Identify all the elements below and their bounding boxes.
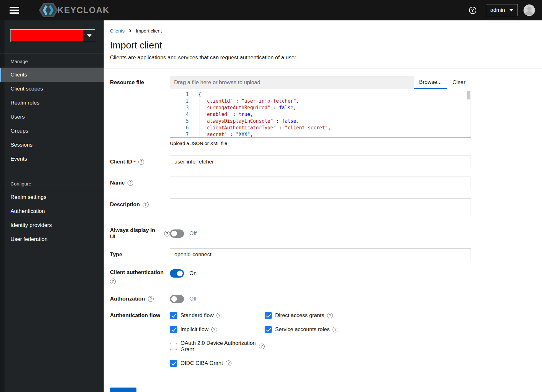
code-line-1: 1{ — [170, 91, 471, 98]
help-icon[interactable] — [143, 202, 149, 207]
sidebar-item-identity-providers[interactable]: Identity providers — [0, 218, 104, 232]
help-icon[interactable] — [128, 180, 133, 186]
checkbox-item-oidc-ciba-grant[interactable]: OIDC CIBA Grant — [170, 360, 265, 367]
help-icon[interactable] — [148, 296, 154, 302]
menu-toggle-icon[interactable] — [10, 7, 19, 14]
line-number: 7 — [170, 131, 189, 138]
checkbox-item-implicit-flow[interactable]: Implicit flow — [170, 326, 265, 333]
name-row: Name — [110, 177, 542, 189]
breadcrumb-clients-link[interactable]: Clients — [110, 28, 125, 33]
nav-list-manage: ClientsClient scopesRealm rolesUsersGrou… — [0, 68, 104, 166]
authorization-label: Authorization — [110, 296, 170, 302]
chevron-down-icon — [509, 9, 513, 11]
user-menu[interactable]: admin — [486, 4, 518, 16]
form-actions: Save Cancel — [110, 388, 542, 392]
checkbox-item-service-accounts-roles[interactable]: Service accounts roles — [265, 326, 471, 333]
checkbox-item-direct-access-grants[interactable]: Direct access grants — [265, 312, 471, 319]
help-icon[interactable] — [164, 231, 170, 236]
type-input[interactable] — [170, 248, 471, 261]
sidebar: Manage ClientsClient scopesRealm rolesUs… — [0, 20, 104, 392]
editor-scrollbar[interactable] — [467, 91, 470, 99]
description-label: Description — [110, 198, 170, 211]
authorization-toggle[interactable] — [170, 295, 184, 303]
breadcrumb: Clients Import client — [110, 28, 542, 33]
always-display-row: Always display in UI Off — [110, 227, 542, 240]
import-client-form: Resource file Drag a file here or browse… — [104, 69, 542, 392]
auth-flow-checkbox-grid: Standard flowDirect access grantsImplici… — [170, 312, 471, 367]
user-silhouette-icon — [524, 4, 535, 16]
sidebar-item-clients[interactable]: Clients — [0, 68, 104, 82]
help-icon[interactable] — [333, 327, 338, 332]
resource-file-row: Resource file Drag a file here or browse… — [110, 76, 542, 146]
always-display-toggle[interactable] — [170, 229, 184, 238]
upload-helper-text: Upload a JSON or XML file — [170, 141, 471, 146]
authorization-row: Authorization Off — [110, 295, 542, 303]
name-input[interactable] — [170, 177, 471, 189]
type-label: Type — [110, 251, 170, 258]
code-line-6: 6 "clientAuthenticatorType" : "client-se… — [170, 125, 471, 131]
sidebar-item-realm-settings[interactable]: Realm settings — [0, 190, 104, 204]
main-content: Clients Import client Import client Clie… — [104, 20, 542, 392]
checkbox-checked-icon[interactable] — [265, 312, 272, 319]
help-icon[interactable] — [259, 344, 265, 349]
help-icon[interactable] — [211, 327, 217, 332]
auth-flow-label: Authentication flow — [110, 312, 170, 319]
checkbox-checked-icon[interactable] — [170, 360, 177, 367]
code-line-5: 5 "alwaysDisplayInConsole" : false, — [170, 118, 471, 125]
json-code-editor[interactable]: 1{2 "clientId" : "user-info-fetcher",3 "… — [170, 89, 471, 138]
save-button[interactable]: Save — [110, 388, 136, 392]
nav-section-configure: Configure — [0, 176, 104, 190]
client-auth-toggle[interactable] — [170, 269, 184, 278]
code-line-3: 3 "surrogateAuthRequired" : false, — [170, 105, 471, 111]
cancel-button[interactable]: Cancel — [147, 391, 164, 392]
name-label: Name — [110, 180, 170, 186]
help-icon[interactable] — [110, 279, 116, 284]
sidebar-item-groups[interactable]: Groups — [0, 124, 104, 138]
chevron-right-icon — [128, 29, 132, 33]
line-number: 2 — [170, 98, 189, 105]
checkbox-checked-icon[interactable] — [170, 312, 177, 319]
chevron-down-icon — [87, 34, 92, 37]
file-upload-input[interactable]: Drag a file here or browse to upload — [170, 76, 414, 89]
always-display-state: Off — [189, 230, 196, 237]
client-auth-label: Client authentication — [110, 269, 170, 282]
always-display-label: Always display in UI — [110, 227, 170, 240]
indent-guide — [200, 98, 200, 138]
clear-button[interactable]: Clear — [447, 76, 471, 89]
realm-name-redacted — [11, 30, 83, 41]
sidebar-item-client-scopes[interactable]: Client scopes — [0, 82, 104, 96]
description-input[interactable] — [170, 198, 471, 218]
brand-name: KEYCLOAK — [57, 5, 110, 15]
help-icon[interactable] — [216, 313, 222, 318]
checkbox-checked-icon[interactable] — [265, 326, 272, 333]
sidebar-item-users[interactable]: Users — [0, 110, 104, 124]
sidebar-item-events[interactable]: Events — [0, 152, 104, 166]
keycloak-hexagon-icon — [37, 2, 60, 18]
client-id-row: Client ID * — [110, 156, 542, 168]
keycloak-logo: KEYCLOAK — [37, 2, 110, 18]
sidebar-item-authentication[interactable]: Authentication — [0, 204, 104, 218]
user-name: admin — [490, 7, 505, 13]
browse-button[interactable]: Browse... — [414, 76, 447, 89]
checkbox-item-standard-flow[interactable]: Standard flow — [170, 312, 265, 319]
sidebar-item-user-federation[interactable]: User federation — [0, 232, 104, 246]
sidebar-item-realm-roles[interactable]: Realm roles — [0, 96, 104, 110]
client-id-input[interactable] — [170, 156, 471, 168]
sidebar-item-sessions[interactable]: Sessions — [0, 138, 104, 152]
resource-file-label: Resource file — [110, 76, 170, 89]
line-number: 3 — [170, 105, 189, 111]
checkbox-label: OAuth 2.0 Device Authorization Grant — [180, 340, 256, 353]
help-icon[interactable]: ? — [469, 7, 476, 14]
realm-selector[interactable] — [10, 29, 95, 42]
help-icon[interactable] — [327, 313, 333, 318]
required-asterisk: * — [134, 159, 136, 165]
help-icon[interactable] — [138, 159, 144, 165]
checkbox-unchecked-icon[interactable] — [170, 343, 177, 350]
checkbox-checked-icon[interactable] — [170, 326, 177, 333]
code-line-2: 2 "clientId" : "user-info-fetcher", — [170, 98, 471, 105]
top-bar: KEYCLOAK ? admin — [0, 0, 542, 20]
avatar[interactable] — [524, 4, 535, 16]
file-upload-placeholder: Drag a file here or browse to upload — [174, 79, 260, 86]
checkbox-item-oauth-2-0-device-authorization-grant[interactable]: OAuth 2.0 Device Authorization Grant — [170, 340, 265, 353]
help-icon[interactable] — [226, 360, 231, 366]
